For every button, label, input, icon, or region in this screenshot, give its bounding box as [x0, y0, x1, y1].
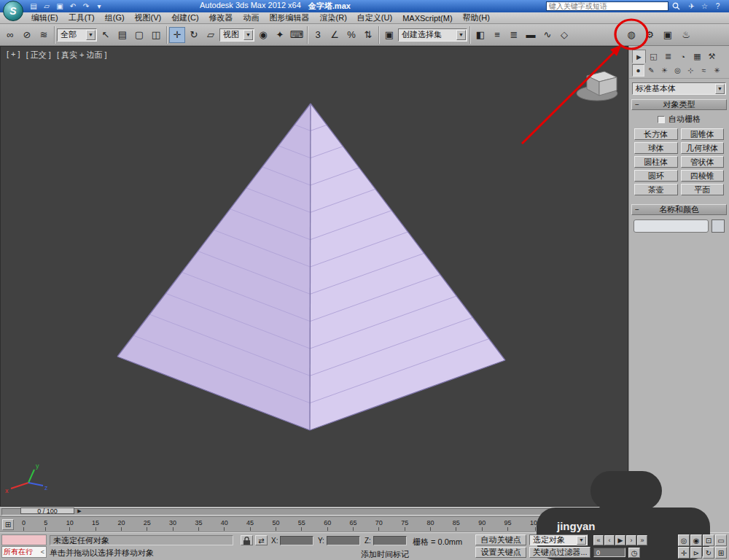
category-helpers-icon[interactable]: ⊹ [685, 64, 697, 77]
select-and-link-icon[interactable]: ∞ [2, 27, 18, 43]
rollout-object-type[interactable]: − 对象类型 [631, 99, 727, 110]
select-and-scale-icon[interactable]: ▱ [203, 27, 219, 43]
category-shapes-icon[interactable]: ✎ [645, 64, 658, 77]
current-frame-field[interactable]: 0 [593, 548, 625, 557]
tab-utilities[interactable]: ⚒ [705, 50, 719, 63]
object-name-field[interactable] [634, 219, 709, 233]
zoom-all-icon[interactable]: ◉ [690, 534, 702, 546]
previous-frame-icon[interactable]: ‹ [604, 535, 615, 545]
rollout-name-and-color[interactable]: − 名称和颜色 [631, 204, 727, 215]
viewport-menu-shading[interactable]: [ 真实 + 边面 ] [57, 50, 107, 61]
rendered-frame-window-icon[interactable]: ▣ [660, 27, 676, 43]
next-frame-icon[interactable]: › [626, 535, 636, 545]
primitive-category-dropdown[interactable]: 标准基本体 ▼ [632, 82, 726, 95]
maxscript-mini-listener[interactable]: 所有在行 < [1, 546, 47, 558]
schematic-view-icon[interactable]: ◇ [556, 27, 572, 43]
save-file-icon[interactable]: ▣ [54, 1, 66, 12]
time-configuration-icon[interactable]: ◷ [628, 548, 640, 558]
selection-set-dropdown[interactable]: 选定对象 ▼ [529, 534, 588, 545]
select-and-manipulate-icon[interactable]: ✦ [272, 27, 288, 43]
tab-hierarchy[interactable]: ≣ [661, 50, 675, 63]
viewport-menu-general[interactable]: [ + ] [7, 50, 20, 61]
new-scene-icon[interactable]: ▤ [28, 1, 39, 12]
use-pivot-point-center-icon[interactable]: ◉ [255, 27, 271, 43]
viewport-menu-pov[interactable]: [ 正交 ] [26, 50, 51, 61]
bind-to-space-warp-icon[interactable]: ≋ [36, 27, 52, 43]
selection-filter-dropdown[interactable]: 全部 ▼ [57, 28, 97, 42]
selection-lock-icon[interactable] [241, 535, 253, 545]
listener-scroll-button[interactable]: < [41, 548, 44, 556]
graphite-ribbon-toggle-icon[interactable]: ▬ [523, 27, 539, 43]
align-icon[interactable]: ≡ [489, 27, 505, 43]
select-object-icon[interactable]: ↖ [98, 27, 114, 43]
search-input[interactable] [546, 1, 668, 11]
pan-icon[interactable]: ✛ [678, 547, 690, 559]
material-editor-icon[interactable]: ◍ [623, 27, 639, 43]
mirror-icon[interactable]: ◧ [472, 27, 488, 43]
go-to-end-icon[interactable]: » [637, 535, 647, 545]
orbit-icon[interactable]: ↻ [703, 547, 714, 559]
angle-snap-icon[interactable]: ∠ [327, 27, 343, 43]
select-and-move-icon[interactable]: ✛ [169, 27, 185, 43]
keyboard-shortcut-override-icon[interactable]: ⌨ [289, 27, 305, 43]
percent-snap-icon[interactable]: % [343, 27, 359, 43]
redo-icon[interactable]: ↷ [80, 1, 92, 12]
communication-center-icon[interactable]: ✈ [686, 1, 697, 11]
undo-icon[interactable]: ↶ [67, 1, 79, 12]
viewport[interactable]: x y z [ + ] [ 正交 ] [ 真实 + 边面 ] [0, 46, 628, 507]
help-icon[interactable]: ? [712, 1, 723, 11]
autogrid-checkbox[interactable] [658, 116, 665, 123]
object-color-swatch[interactable] [712, 219, 725, 233]
zoom-region-icon[interactable]: ▭ [715, 534, 727, 546]
key-filters-button[interactable]: 关键点过滤器... [529, 547, 590, 558]
select-and-rotate-icon[interactable]: ↻ [186, 27, 202, 43]
edit-named-selection-sets-icon[interactable]: ▣ [381, 27, 397, 43]
set-key-button[interactable]: 设置关键点 [475, 547, 526, 558]
z-coordinate-field[interactable] [373, 536, 407, 545]
rectangular-selection-region-icon[interactable]: ▢ [131, 27, 147, 43]
time-slider-track[interactable] [1, 508, 625, 516]
add-time-tag[interactable]: 添加时间标记 [361, 549, 409, 560]
window-crossing-icon[interactable]: ◫ [148, 27, 164, 43]
category-space-warps-icon[interactable]: ≈ [698, 64, 710, 77]
reference-coordinate-system-dropdown[interactable]: 视图 ▼ [219, 28, 254, 42]
next-frame-nub-icon[interactable]: ▶ [76, 508, 83, 514]
tab-display[interactable]: ▦ [690, 50, 704, 63]
spinner-snap-icon[interactable]: ⇅ [360, 27, 376, 43]
time-slider-handle[interactable]: 0 / 100 [20, 508, 74, 514]
track-bar[interactable]: ⊞ 05101520253035404550556065707580859095… [0, 516, 628, 532]
category-cameras-icon[interactable]: ◎ [671, 64, 684, 77]
favorites-icon[interactable]: ☆ [699, 1, 710, 11]
unlink-selection-icon[interactable]: ⊘ [19, 27, 35, 43]
view-cube[interactable] [577, 71, 617, 101]
maximize-viewport-icon[interactable]: ⊞ [715, 547, 727, 559]
curve-editor-icon[interactable]: ∿ [539, 27, 555, 43]
category-lights-icon[interactable]: ☀ [658, 64, 671, 77]
tab-motion[interactable]: ◔ [676, 50, 690, 63]
macro-recorder-line[interactable] [1, 534, 47, 545]
layer-manager-icon[interactable]: ≣ [506, 27, 522, 43]
category-geometry-icon[interactable]: ● [632, 64, 644, 77]
search-icon[interactable] [671, 1, 682, 11]
tab-modify[interactable]: ◱ [647, 50, 660, 63]
application-menu-button[interactable]: S [3, 1, 23, 21]
render-production-icon[interactable]: ♨ [678, 27, 694, 43]
mini-curve-editor-icon[interactable]: ⊞ [2, 519, 14, 530]
x-coordinate-field[interactable] [280, 536, 313, 545]
play-icon[interactable]: ▶ [615, 535, 625, 545]
select-by-name-icon[interactable]: ▤ [114, 27, 130, 43]
category-systems-icon[interactable]: ✳ [711, 64, 723, 77]
tab-create[interactable]: ► [632, 50, 646, 63]
render-setup-icon[interactable]: ⚙ [642, 27, 658, 43]
zoom-extents-icon[interactable]: ⊡ [703, 534, 714, 546]
y-coordinate-field[interactable] [327, 536, 360, 545]
absolute-mode-toggle-icon[interactable]: ⇄ [255, 535, 268, 545]
walk-through-icon[interactable]: ⊳ [690, 547, 702, 559]
zoom-icon[interactable]: ◎ [678, 534, 690, 546]
qat-flyout-icon[interactable]: ▾ [93, 1, 105, 12]
auto-key-button[interactable]: 自动关键点 [475, 534, 526, 545]
named-selection-sets-dropdown[interactable]: 创建选择集 ▼ [398, 28, 467, 42]
open-file-icon[interactable]: ▱ [41, 1, 52, 12]
snap-toggle-3d-icon[interactable]: 3 [310, 27, 326, 43]
go-to-start-icon[interactable]: « [593, 535, 604, 545]
